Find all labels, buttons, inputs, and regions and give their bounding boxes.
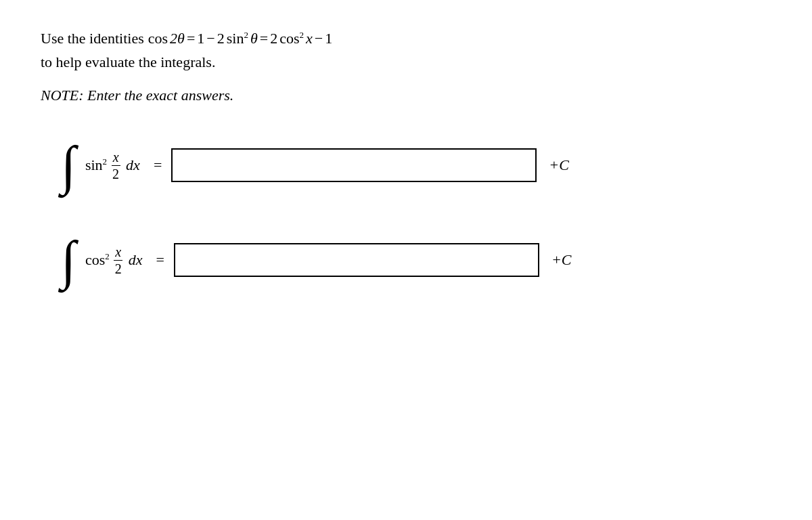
minus1: −: [206, 27, 215, 49]
eq2: =: [260, 27, 268, 49]
integral2-answer-input[interactable]: [174, 243, 539, 277]
minus2: −: [315, 27, 323, 49]
fraction2-numerator: x: [114, 244, 122, 261]
integral2-dx: dx: [129, 251, 143, 269]
integral2-equals: =: [156, 251, 164, 269]
fraction1-denominator: 2: [111, 166, 120, 182]
integral2-fraction: x 2: [114, 244, 123, 277]
sin-power: 2: [103, 156, 108, 167]
integral2-symbol: ∫: [61, 233, 76, 287]
cos-func: cos2: [85, 251, 110, 269]
use-identities-text: Use the identities: [41, 27, 144, 49]
page-container: Use the identities cos 2θ = 1 − 2 sin2 θ…: [0, 0, 812, 355]
one-text: 1: [197, 27, 204, 49]
x-var: x: [306, 27, 313, 49]
fraction1-numerator: x: [112, 149, 120, 166]
integral1-symbol: ∫: [61, 138, 76, 192]
cos2-text: cos2: [279, 27, 304, 49]
identity-formula: cos 2θ = 1 − 2 sin2 θ = 2 cos2 x − 1: [148, 27, 332, 49]
instruction-line2: to help evaluate the integrals.: [41, 51, 771, 73]
two-theta: 2θ: [170, 27, 185, 49]
integral1-answer-input[interactable]: [171, 148, 537, 182]
to-help-text: to help evaluate the integrals.: [41, 51, 215, 73]
eq1: =: [187, 27, 195, 49]
cos-power: 2: [105, 251, 110, 261]
cos-text: cos: [148, 27, 168, 49]
two2: 2: [270, 27, 277, 49]
integral1-integrand: sin2 x 2 dx: [85, 149, 144, 182]
integral2-block: ∫ cos2 x 2 dx = +C: [61, 233, 771, 287]
theta-var: θ: [250, 27, 258, 49]
integral2-plus-c: +C: [551, 251, 572, 269]
integral1-dx: dx: [126, 156, 140, 174]
instruction-line1: Use the identities cos 2θ = 1 − 2 sin2 θ…: [41, 27, 771, 49]
fraction2-denominator: 2: [114, 261, 123, 277]
integral1-fraction: x 2: [111, 149, 120, 182]
integral1-plus-c: +C: [549, 156, 569, 174]
one2: 1: [325, 27, 332, 49]
sin-func: sin2: [85, 156, 107, 174]
integral2-integrand: cos2 x 2 dx: [85, 244, 147, 277]
note-line: NOTE: Enter the exact answers.: [41, 87, 771, 104]
instructions: Use the identities cos 2θ = 1 − 2 sin2 θ…: [41, 27, 771, 73]
integral1-block: ∫ sin2 x 2 dx = +C: [61, 138, 771, 192]
sin-text: sin2: [227, 27, 248, 49]
integral1-equals: =: [154, 156, 162, 174]
note-text: NOTE: Enter the exact answers.: [41, 87, 233, 104]
two1: 2: [217, 27, 225, 49]
